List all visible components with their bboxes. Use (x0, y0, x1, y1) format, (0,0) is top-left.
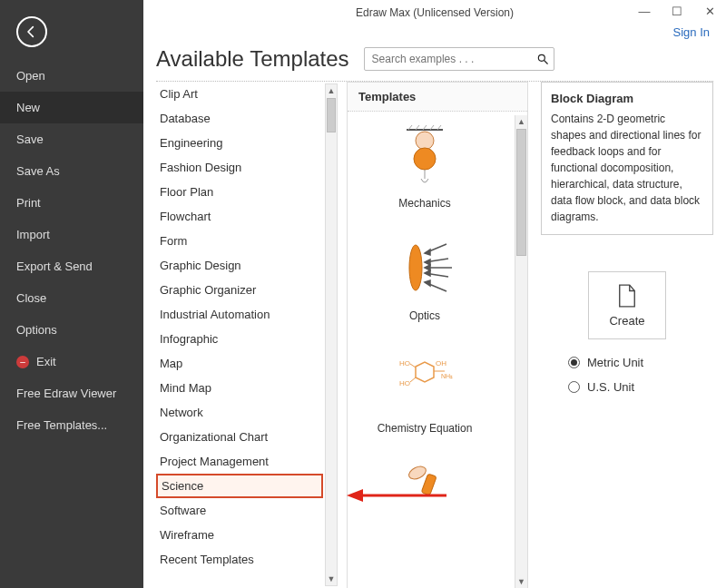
svg-text:OH: OH (436, 359, 446, 368)
template-chemistry[interactable]: HOHOOHNH₂ Chemistry Equation (378, 344, 473, 435)
category-item[interactable]: Software (156, 498, 323, 523)
category-item[interactable]: Infographic (156, 327, 323, 351)
svg-point-0 (538, 54, 544, 61)
template-label: Optics (409, 309, 440, 322)
category-item[interactable]: Industrial Automation (156, 302, 323, 327)
optics-icon (388, 231, 461, 304)
search-box[interactable] (364, 47, 554, 71)
scroll-down-icon[interactable]: ▼ (515, 575, 527, 588)
category-item[interactable]: Graphic Design (156, 253, 323, 278)
arrow-left-icon (25, 24, 39, 39)
category-item[interactable]: Recent Templates (156, 547, 323, 572)
back-button[interactable] (16, 16, 47, 47)
svg-point-11 (414, 148, 436, 170)
svg-line-30 (410, 364, 416, 368)
template-mechanics[interactable]: Mechanics (388, 119, 461, 210)
window-title: Edraw Max (Unlicensed Version) (356, 6, 514, 19)
exit-label: Exit (36, 355, 56, 368)
detail-panel: Block Diagram Contains 2-D geometric sha… (541, 82, 713, 588)
template-optics[interactable]: Optics (388, 231, 461, 322)
sidebar-item-free-templates[interactable]: Free Templates... (0, 409, 143, 441)
sidebar-item-open[interactable]: Open (0, 60, 143, 92)
svg-marker-24 (416, 362, 434, 382)
file-sidebar: Open New Save Save As Print Import Expor… (0, 0, 143, 588)
template-label: Mechanics (398, 197, 450, 210)
sign-in-link[interactable]: Sign In (673, 25, 710, 39)
info-description: Contains 2-D geometric shapes and direct… (551, 111, 703, 225)
category-item[interactable]: Wireframe (156, 523, 323, 547)
svg-point-13 (409, 245, 422, 290)
svg-marker-21 (425, 270, 430, 276)
category-item[interactable]: Graphic Organizer (156, 278, 323, 302)
scroll-down-icon[interactable]: ▼ (326, 573, 337, 585)
templates-scrollbar[interactable]: ▲ ▼ (515, 115, 527, 588)
minimize-button[interactable]: — (628, 0, 661, 22)
sidebar-item-exit[interactable]: – Exit (0, 346, 143, 377)
mechanics-icon (388, 119, 461, 191)
radio-us-unit[interactable]: U.S. Unit (568, 380, 713, 394)
radio-label: U.S. Unit (587, 380, 634, 394)
svg-point-32 (407, 464, 427, 481)
sidebar-item-free-viewer[interactable]: Free Edraw Viewer (0, 377, 143, 409)
sidebar-item-options[interactable]: Options (0, 314, 143, 346)
sidebar-item-save[interactable]: Save (0, 123, 143, 155)
category-scrollbar[interactable]: ▲ ▼ (325, 83, 338, 586)
category-item[interactable]: Form (156, 229, 323, 253)
radio-off-icon (568, 381, 580, 393)
create-button[interactable]: Create (588, 271, 665, 339)
category-item[interactable]: Organizational Chart (156, 425, 323, 449)
scroll-up-icon[interactable]: ▲ (326, 84, 337, 97)
chemistry-icon: HOHOOHNH₂ (388, 344, 461, 416)
svg-rect-33 (421, 474, 437, 495)
svg-marker-19 (425, 265, 430, 270)
svg-marker-23 (425, 280, 430, 286)
category-item[interactable]: Flowchart (156, 204, 323, 229)
microscope-icon (388, 456, 461, 529)
exit-icon: – (16, 356, 29, 368)
maximize-button[interactable]: ☐ (661, 0, 693, 22)
unit-group: Metric Unit U.S. Unit (541, 356, 713, 394)
category-item[interactable]: Map (156, 351, 323, 376)
close-window-button[interactable]: ✕ (693, 0, 726, 22)
sidebar-item-import[interactable]: Import (0, 219, 143, 250)
info-title: Block Diagram (551, 92, 703, 105)
svg-text:HO: HO (399, 379, 410, 387)
category-item[interactable]: Science (156, 474, 323, 498)
document-icon (617, 283, 637, 309)
radio-on-icon (568, 357, 580, 368)
search-input[interactable] (365, 53, 532, 65)
svg-marker-15 (425, 250, 430, 255)
templates-header: Templates (348, 83, 527, 112)
search-icon[interactable] (532, 53, 554, 65)
category-panel: Clip ArtDatabaseEngineeringFashion Desig… (156, 82, 338, 588)
category-item[interactable]: Floor Plan (156, 180, 323, 204)
svg-text:HO: HO (399, 359, 410, 368)
scroll-thumb[interactable] (516, 129, 526, 256)
category-item[interactable]: Database (156, 106, 323, 131)
svg-line-31 (410, 377, 416, 382)
sidebar-item-export-send[interactable]: Export & Send (0, 250, 143, 282)
svg-point-8 (416, 132, 434, 150)
category-item[interactable]: Network (156, 400, 323, 425)
radio-metric-unit[interactable]: Metric Unit (568, 356, 713, 369)
template-label: Chemistry Equation (378, 422, 473, 435)
category-item[interactable]: Fashion Design (156, 155, 323, 180)
category-item[interactable]: Clip Art (156, 82, 323, 106)
sidebar-item-close[interactable]: Close (0, 282, 143, 314)
svg-marker-17 (425, 260, 430, 265)
svg-line-1 (544, 61, 547, 64)
sidebar-item-save-as[interactable]: Save As (0, 155, 143, 187)
template-partial[interactable] (388, 456, 461, 529)
scroll-thumb[interactable] (327, 98, 336, 132)
category-item[interactable]: Mind Map (156, 376, 323, 400)
sidebar-item-new[interactable]: New (0, 92, 143, 123)
sidebar-item-print[interactable]: Print (0, 187, 143, 219)
page-title: Available Templates (156, 46, 349, 72)
templates-panel: Templates Mechanics Optics HOHOOHNH (347, 82, 528, 588)
scroll-up-icon[interactable]: ▲ (515, 115, 527, 128)
category-item[interactable]: Engineering (156, 131, 323, 155)
info-box: Block Diagram Contains 2-D geometric sha… (541, 82, 713, 235)
category-item[interactable]: Project Management (156, 449, 323, 474)
svg-text:NH₂: NH₂ (441, 373, 453, 379)
create-label: Create (609, 314, 644, 328)
